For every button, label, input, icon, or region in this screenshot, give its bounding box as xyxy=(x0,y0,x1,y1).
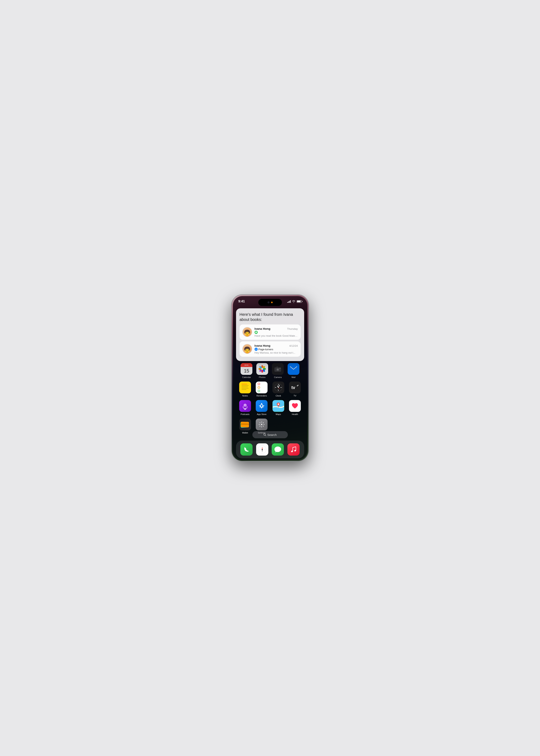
app-maps[interactable]: Maps xyxy=(272,400,284,416)
messages-icon xyxy=(255,331,258,334)
siri-result-1[interactable]: 🧑‍🦱 Ivana Hong Thursday Have xyxy=(240,324,301,340)
app-notes[interactable]: Notes xyxy=(239,382,251,397)
app-photos[interactable]: Photos xyxy=(256,363,268,378)
svg-line-51 xyxy=(265,435,266,436)
svg-point-17 xyxy=(280,368,280,369)
battery-icon xyxy=(297,300,302,303)
svg-point-58 xyxy=(262,449,263,450)
app-label-health: Health xyxy=(292,413,298,416)
search-bar[interactable]: Search xyxy=(252,431,288,438)
dock xyxy=(236,441,304,458)
app-label-camera: Camera xyxy=(274,376,282,378)
app-empty-2 xyxy=(289,419,301,434)
app-label-photos: Photos xyxy=(259,376,266,378)
search-label: Search xyxy=(267,433,277,437)
status-time: 9:41 xyxy=(238,300,245,304)
avatar-1: 🧑‍🦱 xyxy=(242,327,252,337)
top-dock-row: MON 15 Calendar xyxy=(237,363,303,378)
phone-screen: 9:41 xyxy=(233,296,307,460)
svg-point-49 xyxy=(261,424,262,425)
app-label-notes: Notes xyxy=(242,395,248,397)
app-label-tv: TV xyxy=(294,395,296,397)
front-camera xyxy=(268,302,270,304)
result-preview-1: Have you read the book Good Material yet… xyxy=(255,334,298,337)
result-header-2: Ivana Hong 4/12/24 xyxy=(255,344,298,347)
status-dot xyxy=(271,302,273,303)
dock-app-music[interactable] xyxy=(287,443,300,455)
app-label-appstore: App Store xyxy=(257,413,267,416)
app-clock[interactable]: 12 9 3 6 Clock xyxy=(272,382,284,397)
app-mail[interactable]: Mail xyxy=(288,363,300,378)
app-label-clock: Clock xyxy=(276,395,281,397)
app-health[interactable]: Health xyxy=(289,400,301,416)
dock-app-messages[interactable] xyxy=(272,443,284,455)
svg-point-10 xyxy=(261,368,263,370)
result-name-2: Ivana Hong xyxy=(255,344,270,347)
svg-point-32 xyxy=(278,387,279,388)
app-label-podcasts: Podcasts xyxy=(240,413,249,416)
svg-rect-16 xyxy=(276,367,278,368)
app-podcasts[interactable]: Podcasts xyxy=(239,400,251,416)
svg-point-15 xyxy=(277,369,278,370)
result-preview-2: Hey Marissa, so nice to hang out t... xyxy=(255,351,298,354)
app-row-1: Notes xyxy=(237,382,303,397)
dock-app-safari[interactable] xyxy=(256,443,268,455)
app-appstore[interactable]: App Store xyxy=(256,400,268,416)
result-subject-2: Page-turners xyxy=(258,348,273,351)
result-date-2: 4/12/24 xyxy=(289,344,298,347)
siri-header: Here's what I found from Ivana about boo… xyxy=(240,312,301,322)
home-screen: MON 15 Calendar xyxy=(233,363,307,440)
siri-result-2[interactable]: 🧑‍🦱 Ivana Hong 4/12/24 xyxy=(240,341,301,357)
app-label-calendar: Calendar xyxy=(242,376,251,378)
app-camera[interactable]: Camera xyxy=(272,363,284,378)
app-wallet[interactable]: Wallet xyxy=(239,419,251,434)
wifi-icon xyxy=(292,300,295,303)
phone-device: 9:41 xyxy=(232,295,309,461)
result-date-1: Thursday xyxy=(287,327,298,330)
dynamic-island xyxy=(258,299,282,306)
mail-icon xyxy=(255,348,258,351)
status-icons xyxy=(287,300,302,303)
avatar-2: 🧑‍🦱 xyxy=(242,344,252,354)
svg-text:tv: tv xyxy=(291,385,295,390)
svg-rect-46 xyxy=(240,423,249,425)
dock-app-phone[interactable] xyxy=(240,443,253,455)
result-sub-1 xyxy=(255,331,298,334)
app-row-2: Podcasts App Store xyxy=(237,400,303,416)
result-header-1: Ivana Hong Thursday xyxy=(255,327,298,330)
result-content-2: Ivana Hong 4/12/24 Page-turners Hey Mari… xyxy=(255,344,298,354)
svg-point-36 xyxy=(245,405,245,406)
result-content-1: Ivana Hong Thursday Have you read the bo… xyxy=(255,327,298,337)
result-sub-2: Page-turners xyxy=(255,348,298,351)
search-icon xyxy=(263,433,266,436)
app-label-mail: Mail xyxy=(292,376,296,378)
result-name-1: Ivana Hong xyxy=(255,327,270,330)
siri-card[interactable]: Here's what I found from Ivana about boo… xyxy=(236,308,304,361)
app-label-maps: Maps xyxy=(276,413,281,416)
svg-line-61 xyxy=(293,447,296,447)
app-tv[interactable]: tv TV xyxy=(289,382,301,397)
app-label-wallet: Wallet xyxy=(242,432,248,434)
signal-icon xyxy=(287,300,291,303)
svg-point-41 xyxy=(278,403,279,405)
app-label-reminders: Reminders xyxy=(256,395,267,397)
app-calendar[interactable]: MON 15 Calendar xyxy=(240,363,252,378)
app-reminders[interactable]: Reminders xyxy=(256,382,268,397)
